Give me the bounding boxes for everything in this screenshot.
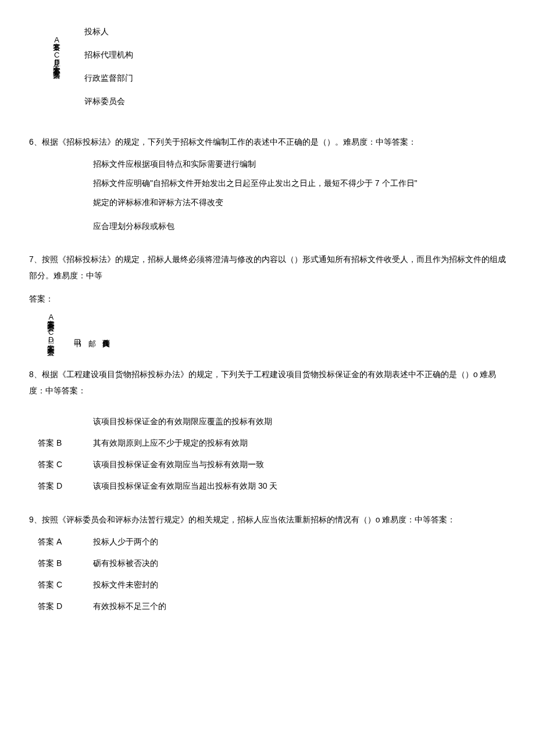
q9-option-a: 答案 A 投标人少于两个的 [29,535,506,549]
q9-option-c: 答案 C 投标文件未密封的 [29,578,506,592]
q8-option-b: 答案 B 其有效期原则上应不少于规定的投标有效期 [29,436,506,450]
q6-option-d: 应合理划分标段或标包 [93,219,506,234]
q8-content-d: 该项目投标保证金有效期应当超出投标有效期 30 天 [93,479,506,493]
q5-option-a: 投标人 [84,23,506,40]
q8-label-b: 答案 B [38,436,93,450]
q7-text: 7、按照《招标投标法》的规定，招标人最终必须将澄清与修改的内容以（）形式通知所有… [29,251,506,284]
q7-options-block: 答案回答案ABCD答案回答案□ 传头面真 件 邮 口书 [29,318,506,349]
q5-option-b: 招标代理机构 [84,46,506,63]
q5-option-c: 行政监督部门 [84,70,506,86]
q5-vertical-labels: 答案ABCD答案安答案木答Ⅲ [29,23,84,68]
q8-option-a: 该项目投标保证金的有效期限应覆盖的投标有效期 [29,414,506,429]
q6-option-b: 招标文件应明确"自招标文件开始发出之日起至停止发出之日止，最短不得少于 7 个工… [93,176,506,191]
q9-option-b: 答案 B 砺有投标被否决的 [29,556,506,571]
q8-block: 8、根据《工程建设项目货物招标投标办法》的规定，下列关于工程建设项目货物投标保证… [29,366,506,494]
q7-left-labels: 答案回答案ABCD答案回答案□ [47,318,55,349]
q8-content-c: 该项目投标保证金有效期应当与投标有效期一致 [93,457,506,472]
q6-option-c: 妮定的评标标准和评标方法不得改变 [93,195,506,210]
q8-label-c: 答案 C [38,457,93,472]
q9-block: 9、按照《评标委员会和评标办法暂行规定》的相关规定，招标人应当依法重新招标的情况… [29,511,506,614]
q9-content-c: 投标文件未密封的 [93,578,506,592]
q8-label-d: 答案 D [38,479,93,493]
q9-label-c: 答案 C [38,578,93,592]
q6-block: 6、根据《招标投标法》的规定，下列关于招标文件编制工作的表述中不正确的是（）。难… [29,134,506,234]
q6-text: 6、根据《招标投标法》的规定，下列关于招标文件编制工作的表述中不正确的是（）。难… [29,134,506,150]
q8-text: 8、根据《工程建设项目货物招标投标办法》的规定，下列关于工程建设项目货物投标保证… [29,366,506,399]
q8-option-d: 答案 D 该项目投标保证金有效期应当超出投标有效期 30 天 [29,479,506,493]
q8-content-b: 其有效期原则上应不少于规定的投标有效期 [93,436,506,450]
q7-answer-label: 答案： [29,291,506,307]
q8-label-a [38,414,93,429]
q5-option-d: 评标委员会 [84,93,506,109]
q5-block: 答案ABCD答案安答案木答Ⅲ 投标人 招标代理机构 行政监督部门 评标委员会 [29,23,506,116]
q9-label-b: 答案 B [38,556,93,571]
q9-content-b: 砺有投标被否决的 [93,556,506,571]
q9-content-a: 投标人少于两个的 [93,535,506,549]
q7-block: 7、按照《招标投标法》的规定，招标人最终必须将澄清与修改的内容以（）形式通知所有… [29,251,506,349]
q8-option-c: 答案 C 该项目投标保证金有效期应当与投标有效期一致 [29,457,506,472]
q9-text: 9、按照《评标委员会和评标办法暂行规定》的相关规定，招标人应当依法重新招标的情况… [29,511,506,528]
q9-label-d: 答案 D [38,599,93,614]
q7-left-label: 答案回答案ABCD答案回答案□ [47,318,55,349]
q9-option-d: 答案 D 有效投标不足三个的 [29,599,506,614]
q6-option-a: 招标文件应根据项目特点和实际需要进行编制 [93,157,506,171]
q5-answer-label: 答案ABCD答案安答案木答Ⅲ [50,38,63,68]
q9-label-a: 答案 A [38,535,93,549]
q8-content-a: 该项目投标保证金的有效期限应覆盖的投标有效期 [93,414,506,429]
q5-options: 投标人 招标代理机构 行政监督部门 评标委员会 [84,23,506,116]
q9-content-d: 有效投标不足三个的 [93,599,506,614]
